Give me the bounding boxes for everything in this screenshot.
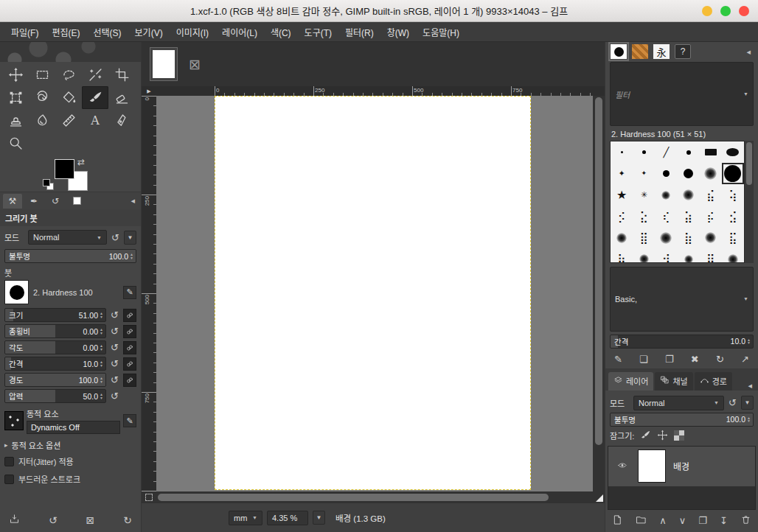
tool-unified-transform-button[interactable] xyxy=(2,86,29,109)
brush-item-7[interactable]: ✦ xyxy=(633,163,655,184)
spinner-icon[interactable]: ▲▼ xyxy=(747,338,751,345)
spinner-icon[interactable]: ▲▼ xyxy=(100,377,103,383)
brush-item-20[interactable]: ⢎ xyxy=(655,206,677,227)
tab-channels[interactable]: 채널 xyxy=(655,372,692,391)
mode-switch-button[interactable]: ▼ xyxy=(124,231,136,245)
delete-preset-button[interactable]: ⊠ xyxy=(86,514,95,526)
vertical-scrollbar-thumb[interactable] xyxy=(595,97,602,445)
navigation-button[interactable] xyxy=(593,491,605,503)
spinner-icon[interactable]: ▲▼ xyxy=(100,393,103,399)
open-brush-button[interactable]: ↗ xyxy=(741,354,749,365)
tool-zoom-button[interactable] xyxy=(2,132,29,155)
lock-alpha-toggle[interactable] xyxy=(674,430,684,441)
reset-icon[interactable]: ↺ xyxy=(109,374,120,385)
reset-tool-options-button[interactable]: ↻ xyxy=(123,514,132,526)
brush-item-31[interactable] xyxy=(633,248,655,263)
lock-position-toggle[interactable] xyxy=(657,430,668,442)
lock-pixels-toggle[interactable] xyxy=(640,430,651,442)
tool-fuzzy-select-button[interactable] xyxy=(82,63,108,86)
option-slider-2[interactable]: 각도0.00▲▼ xyxy=(4,340,106,354)
brush-item-32[interactable]: ⣺ xyxy=(655,248,677,263)
brush-link-toggle[interactable] xyxy=(123,374,136,387)
dynamics-options-expander[interactable]: ▸ 동적 요소 옵션 xyxy=(4,439,136,451)
horizontal-scrollbar[interactable] xyxy=(156,491,593,503)
brush-item-6[interactable]: ✦ xyxy=(611,163,633,184)
horizontal-scrollbar-thumb[interactable] xyxy=(158,494,549,501)
brush-spacing-slider[interactable]: 간격 10.0 ▲▼ xyxy=(610,335,754,349)
brush-item-29[interactable]: ⣯ xyxy=(722,227,744,248)
reset-icon[interactable]: ↺ xyxy=(109,391,120,402)
tool-warp-button[interactable] xyxy=(29,86,55,109)
spinner-icon[interactable]: ▲▼ xyxy=(100,344,103,351)
canvas-viewport[interactable] xyxy=(156,96,593,491)
tool-move-button[interactable] xyxy=(2,63,29,86)
tool-smudge-button[interactable] xyxy=(29,109,55,132)
layer-opacity-slider[interactable]: 불투명 100.0 ▲▼ xyxy=(610,413,754,427)
menu-item-3[interactable]: 보기(V) xyxy=(128,23,170,41)
foreground-color-swatch[interactable] xyxy=(55,159,74,179)
new-group-button[interactable] xyxy=(636,514,647,528)
vertical-scrollbar[interactable] xyxy=(593,96,605,491)
edit-brush-button[interactable]: ✎ xyxy=(614,354,622,365)
tool-crop-button[interactable] xyxy=(108,63,135,86)
spinner-icon[interactable]: ▲▼ xyxy=(747,416,751,423)
layers-panel-menu-button[interactable]: ◂ xyxy=(745,381,755,391)
tool-text-button[interactable]: A xyxy=(82,109,108,132)
brush-item-22[interactable]: ⡮ xyxy=(700,206,722,227)
horizontal-ruler[interactable]: 0250500750 xyxy=(156,86,593,96)
tool-measure-button[interactable] xyxy=(55,109,82,132)
menu-item-10[interactable]: 도움말(H) xyxy=(416,23,466,41)
tool-eraser-button[interactable] xyxy=(108,86,135,109)
duplicate-layer-button[interactable]: ❐ xyxy=(698,515,707,526)
brush-item-35[interactable] xyxy=(722,248,744,263)
reset-icon[interactable]: ↺ xyxy=(109,342,120,353)
menu-item-1[interactable]: 편집(E) xyxy=(45,23,86,41)
brushes-tab[interactable] xyxy=(610,43,627,60)
merge-down-button[interactable]: ↧ xyxy=(720,515,728,526)
option-slider-3[interactable]: 간격10.0▲▼ xyxy=(4,357,106,371)
brush-item-26[interactable] xyxy=(655,227,677,248)
reset-icon[interactable]: ↺ xyxy=(109,358,120,369)
menu-item-8[interactable]: 필터(R) xyxy=(338,23,380,41)
unit-select[interactable]: mm ▼ xyxy=(229,511,262,525)
brush-link-toggle[interactable] xyxy=(123,341,136,354)
brush-filter-input[interactable]: 필터 ▼ xyxy=(610,62,754,126)
new-layer-button[interactable] xyxy=(612,514,623,528)
edit-brush-icon[interactable]: ✎ xyxy=(123,286,136,299)
brush-thumbnail[interactable] xyxy=(4,280,29,304)
default-colors-icon[interactable] xyxy=(43,179,53,189)
brush-item-12[interactable]: ★ xyxy=(611,184,633,206)
tool-ink-button[interactable] xyxy=(108,109,135,132)
brush-group-select[interactable]: Basic, ▼ xyxy=(610,267,754,331)
brush-link-toggle[interactable] xyxy=(123,309,136,322)
menu-item-6[interactable]: 색(C) xyxy=(264,23,298,41)
reset-mode-icon[interactable]: ↺ xyxy=(110,232,121,243)
brush-item-34[interactable]: ⡿ xyxy=(700,248,722,263)
tab-paths[interactable]: 경로 xyxy=(695,372,732,391)
brush-item-0[interactable] xyxy=(611,141,633,163)
close-button[interactable] xyxy=(739,6,749,16)
brush-item-9[interactable] xyxy=(677,163,699,184)
tool-rectangle-select-button[interactable] xyxy=(29,63,55,86)
brush-item-27[interactable]: ⣷ xyxy=(677,227,699,248)
brush-item-8[interactable] xyxy=(655,163,677,184)
brush-item-3[interactable] xyxy=(677,141,699,163)
brush-item-11[interactable] xyxy=(722,163,744,184)
spinner-icon[interactable]: ▲▼ xyxy=(130,253,133,259)
menu-item-7[interactable]: 도구(T) xyxy=(298,23,338,41)
delete-brush-button[interactable]: ✖ xyxy=(691,354,699,365)
brush-item-19[interactable]: ⣕ xyxy=(633,206,655,227)
brush-scrollbar-thumb[interactable] xyxy=(746,142,752,185)
reset-layer-mode-icon[interactable]: ↺ xyxy=(727,397,738,408)
brush-link-toggle[interactable] xyxy=(123,325,136,338)
delete-layer-button[interactable] xyxy=(740,514,751,528)
brush-item-1[interactable] xyxy=(633,141,655,163)
raise-layer-button[interactable]: ∧ xyxy=(659,515,667,526)
brush-item-4[interactable] xyxy=(700,141,722,163)
brush-item-10[interactable] xyxy=(700,163,722,184)
paint-mode-select[interactable]: Normal ▼ xyxy=(28,230,107,245)
reset-icon[interactable]: ↺ xyxy=(109,326,120,337)
maximize-button[interactable] xyxy=(720,6,731,16)
brush-item-24[interactable] xyxy=(611,227,633,248)
brush-item-13[interactable]: ✳ xyxy=(633,184,655,206)
